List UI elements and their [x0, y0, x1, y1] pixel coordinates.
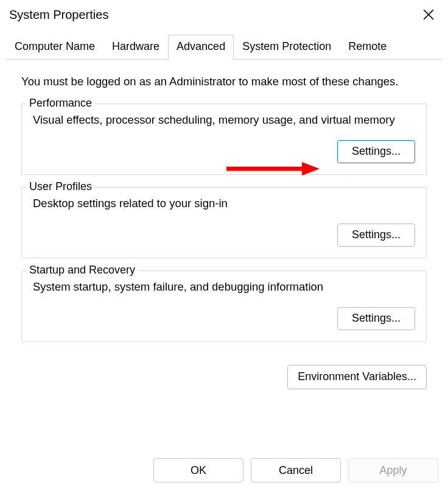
performance-legend: Performance — [27, 97, 94, 110]
performance-description: Visual effects, processor scheduling, me… — [33, 113, 415, 128]
performance-button-row: Settings... — [33, 140, 415, 163]
close-button[interactable] — [420, 6, 437, 23]
tab-system-protection[interactable]: System Protection — [234, 35, 340, 60]
user-profiles-description: Desktop settings related to your sign-in — [33, 196, 415, 211]
performance-settings-button[interactable]: Settings... — [337, 140, 415, 163]
dialog-button-bar: OK Cancel Apply — [153, 458, 438, 482]
apply-button: Apply — [348, 458, 438, 482]
startup-recovery-settings-button[interactable]: Settings... — [337, 307, 415, 330]
startup-recovery-button-row: Settings... — [33, 307, 415, 330]
tab-hardware[interactable]: Hardware — [103, 35, 168, 60]
tab-computer-name[interactable]: Computer Name — [6, 35, 103, 60]
startup-recovery-legend: Startup and Recovery — [27, 264, 138, 277]
tabstrip: Computer Name Hardware Advanced System P… — [6, 34, 442, 60]
system-properties-dialog: System Properties Computer Name Hardware… — [0, 0, 448, 491]
environment-variables-row: Environment Variables... — [0, 360, 448, 389]
environment-variables-button[interactable]: Environment Variables... — [287, 365, 427, 389]
tab-content-advanced: You must be logged on as an Administrato… — [0, 60, 448, 360]
admin-notice-text: You must be logged on as an Administrato… — [21, 75, 427, 88]
startup-recovery-description: System startup, system failure, and debu… — [33, 280, 415, 295]
cancel-button[interactable]: Cancel — [251, 458, 341, 482]
user-profiles-legend: User Profiles — [27, 180, 94, 193]
close-icon — [423, 9, 434, 20]
startup-recovery-group: Startup and Recovery System startup, sys… — [21, 270, 427, 342]
tab-advanced[interactable]: Advanced — [168, 35, 234, 60]
user-profiles-settings-button[interactable]: Settings... — [337, 224, 415, 247]
user-profiles-group: User Profiles Desktop settings related t… — [21, 187, 427, 258]
titlebar: System Properties — [0, 0, 448, 27]
dialog-title: System Properties — [9, 8, 108, 22]
ok-button[interactable]: OK — [153, 458, 243, 482]
user-profiles-button-row: Settings... — [33, 224, 415, 247]
tab-remote[interactable]: Remote — [340, 35, 395, 60]
performance-group: Performance Visual effects, processor sc… — [21, 104, 427, 175]
